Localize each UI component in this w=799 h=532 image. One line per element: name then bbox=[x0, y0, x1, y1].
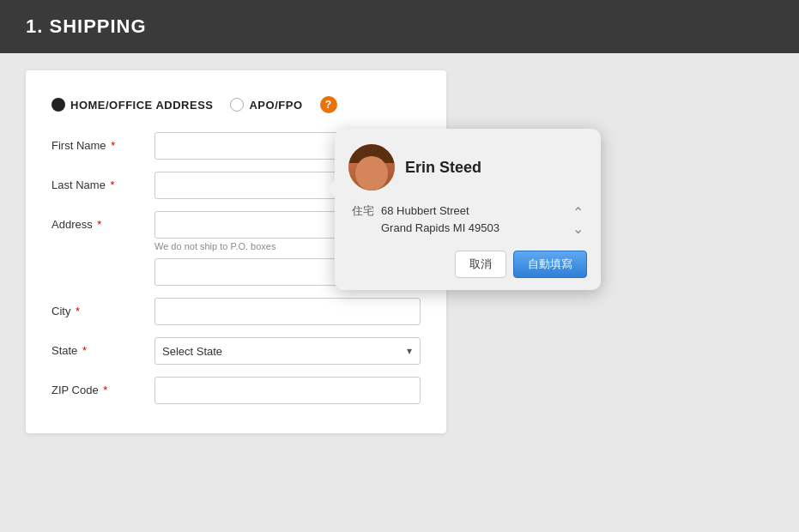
avatar bbox=[348, 144, 395, 190]
city-row: City * bbox=[51, 298, 421, 325]
home-radio-dot bbox=[51, 98, 65, 112]
address-required: * bbox=[97, 218, 101, 231]
first-name-required: * bbox=[111, 139, 115, 152]
popup-address-line1: 68 Hubbert Street bbox=[381, 203, 566, 220]
address-label: Address * bbox=[51, 211, 154, 231]
page-title: 1. SHIPPING bbox=[26, 15, 773, 38]
popup-name: Erin Steed bbox=[405, 159, 481, 177]
autofill-button[interactable]: 自動填寫 bbox=[513, 251, 587, 278]
popup-actions: 取消 自動填寫 bbox=[348, 251, 587, 278]
zip-label: ZIP Code * bbox=[51, 377, 154, 396]
popup-address-type: 住宅 bbox=[352, 203, 374, 219]
popup-address-lines: 68 Hubbert Street Grand Rapids MI 49503 bbox=[381, 203, 566, 236]
state-select[interactable]: Select State Alabama Alaska Arizona Cali… bbox=[154, 337, 421, 365]
chevron-up-down-icon[interactable]: ⌃⌄ bbox=[572, 203, 584, 237]
first-name-label: First Name * bbox=[51, 132, 154, 152]
autofill-popup: Erin Steed 住宅 68 Hubbert Street Grand Ra… bbox=[335, 129, 601, 290]
last-name-label: Last Name * bbox=[51, 172, 154, 191]
popup-address-line2: Grand Rapids MI 49503 bbox=[381, 220, 566, 237]
popup-profile-row: Erin Steed bbox=[348, 144, 587, 190]
state-required: * bbox=[82, 344, 87, 357]
zip-row: ZIP Code * bbox=[51, 377, 421, 404]
popup-address-row: 住宅 68 Hubbert Street Grand Rapids MI 495… bbox=[348, 203, 587, 237]
state-input-wrap: Select State Alabama Alaska Arizona Cali… bbox=[154, 337, 421, 365]
help-icon[interactable]: ? bbox=[320, 96, 337, 113]
apo-fpo-radio[interactable]: APO/FPO bbox=[230, 98, 302, 112]
last-name-required: * bbox=[110, 178, 114, 191]
city-input-wrap bbox=[154, 298, 421, 325]
home-office-label: HOME/OFFICE ADDRESS bbox=[70, 99, 213, 112]
page-header: 1. SHIPPING bbox=[0, 0, 799, 53]
address-type-row: HOME/OFFICE ADDRESS APO/FPO ? bbox=[51, 96, 421, 113]
city-label: City * bbox=[51, 298, 154, 317]
avatar-skin bbox=[355, 156, 388, 190]
home-office-radio[interactable]: HOME/OFFICE ADDRESS bbox=[51, 98, 213, 112]
state-row: State * Select State Alabama Alaska Ariz… bbox=[51, 337, 421, 365]
apo-radio-dot bbox=[230, 98, 244, 112]
zip-input[interactable] bbox=[154, 377, 421, 404]
state-select-wrap: Select State Alabama Alaska Arizona Cali… bbox=[154, 337, 421, 365]
cancel-button[interactable]: 取消 bbox=[455, 251, 506, 278]
state-label: State * bbox=[51, 337, 154, 357]
city-required: * bbox=[76, 305, 80, 317]
avatar-face bbox=[348, 144, 395, 190]
zip-input-wrap bbox=[154, 377, 421, 404]
apo-fpo-label: APO/FPO bbox=[249, 99, 302, 112]
zip-required: * bbox=[103, 384, 107, 396]
city-input[interactable] bbox=[154, 298, 421, 325]
